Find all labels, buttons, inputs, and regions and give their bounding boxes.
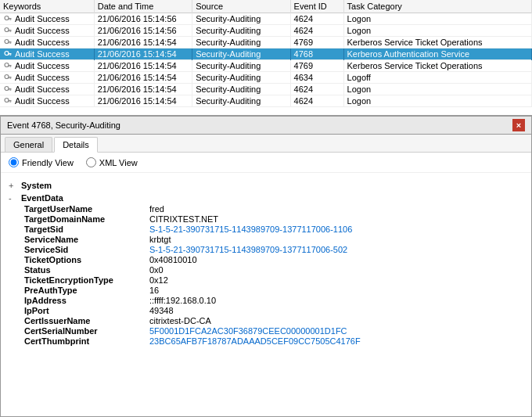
keyword-text: Audit Success [15, 26, 70, 35]
table-body: Audit Success21/06/2016 15:14:56Security… [0, 13, 532, 107]
data-field-row: CertIssuerNamecitrixtest-DC-CA [24, 316, 523, 325]
svg-rect-1 [9, 18, 12, 19]
cell-taskcategory: Logon [343, 95, 531, 107]
table-row[interactable]: Audit Success21/06/2016 15:14:54Security… [0, 84, 532, 95]
data-field-value: S-1-5-21-390731715-1143989709-1377117006… [149, 245, 347, 254]
table-row[interactable]: Audit Success21/06/2016 15:14:54Security… [0, 37, 532, 49]
cell-keywords: Audit Success [0, 25, 94, 37]
svg-rect-7 [9, 31, 9, 31]
svg-rect-23 [9, 77, 9, 78]
data-field-key: Status [24, 265, 149, 275]
table-wrapper: Keywords Date and Time Source Event ID T… [0, 0, 532, 115]
data-field-value: citrixtest-DC-CA [149, 316, 211, 325]
cell-taskcategory: Logon [343, 13, 531, 25]
data-field-key: CertSerialNumber [24, 326, 149, 336]
data-field-value: CITRIXTEST.NET [149, 214, 218, 224]
svg-point-24 [5, 87, 9, 91]
svg-rect-17 [9, 65, 12, 66]
col-header-taskcategory[interactable]: Task Category [343, 0, 531, 13]
table-header-row: Keywords Date and Time Source Event ID T… [0, 0, 532, 13]
data-field-key: TargetUserName [24, 204, 149, 214]
tab-general[interactable]: General [5, 137, 52, 152]
tab-details[interactable]: Details [54, 137, 98, 153]
cell-keywords: Audit Success [0, 37, 94, 49]
keyword-text: Audit Success [15, 38, 70, 47]
data-field-value: fred [149, 204, 164, 214]
col-header-datetime[interactable]: Date and Time [94, 0, 192, 13]
tree-toggle[interactable]: - [9, 193, 21, 203]
detail-title: Event 4768, Security-Auditing [7, 120, 120, 130]
cell-datetime: 21/06/2016 15:14:54 [94, 95, 192, 107]
table-row[interactable]: Audit Success21/06/2016 15:14:54Security… [0, 49, 532, 60]
svg-rect-13 [9, 53, 12, 54]
event-table: Keywords Date and Time Source Event ID T… [0, 0, 532, 107]
keyword-text: Audit Success [15, 49, 70, 59]
data-field-key: CertIssuerName [24, 316, 149, 325]
cell-taskcategory: Kerberos Service Ticket Operations [343, 60, 531, 72]
data-field-row: CertSerialNumber5F0001D1FCA2AC30F36879CE… [24, 326, 523, 336]
cell-eventid: 4634 [290, 72, 343, 84]
svg-rect-11 [9, 42, 9, 43]
tabs-bar: General Details [1, 135, 531, 153]
tree-node: - EventData [9, 193, 523, 203]
svg-rect-30 [10, 101, 11, 102]
svg-rect-29 [9, 100, 12, 101]
view-options: Friendly View XML View [1, 153, 531, 173]
data-field-row: TargetDomainNameCITRIXTEST.NET [24, 214, 523, 224]
cell-eventid: 4624 [290, 13, 343, 25]
cell-eventid: 4624 [290, 25, 343, 37]
table-row[interactable]: Audit Success21/06/2016 15:14:56Security… [0, 25, 532, 37]
cell-keywords: Audit Success [0, 95, 94, 107]
data-field-row: ServiceNamekrbtgt [24, 235, 523, 244]
cell-source: Security-Auditing [192, 49, 290, 60]
svg-rect-15 [9, 54, 9, 55]
friendly-view-option[interactable]: Friendly View [9, 157, 74, 167]
table-row[interactable]: Audit Success21/06/2016 15:14:54Security… [0, 60, 532, 72]
svg-point-16 [5, 63, 9, 67]
data-field-key: PreAuthType [24, 286, 149, 295]
svg-rect-21 [9, 77, 12, 77]
col-header-keywords[interactable]: Keywords [0, 0, 94, 13]
cell-datetime: 21/06/2016 15:14:54 [94, 72, 192, 84]
cell-taskcategory: Logoff [343, 72, 531, 84]
tree-section-label: EventData [21, 193, 63, 203]
data-field-value: 0x12 [149, 275, 168, 285]
detail-content-area[interactable]: + System- EventDataTargetUserNamefredTar… [1, 173, 531, 416]
data-field-value: 0x0 [149, 265, 164, 275]
cell-datetime: 21/06/2016 15:14:54 [94, 60, 192, 72]
svg-rect-5 [9, 30, 12, 31]
data-field-row: TargetSidS-1-5-21-390731715-1143989709-1… [24, 225, 523, 234]
friendly-view-radio[interactable] [9, 157, 19, 167]
svg-point-12 [5, 52, 9, 56]
key-icon [3, 61, 13, 70]
cell-keywords: Audit Success [0, 49, 94, 60]
data-field-value: ::ffff:192.168.0.10 [149, 296, 216, 305]
svg-point-8 [5, 40, 9, 44]
cell-taskcategory: Logon [343, 25, 531, 37]
col-header-eventid[interactable]: Event ID [290, 0, 343, 13]
close-button[interactable]: × [512, 119, 525, 131]
data-field-key: ServiceName [24, 235, 149, 244]
cell-eventid: 4624 [290, 95, 343, 107]
tree-toggle[interactable]: + [9, 181, 21, 190]
data-field-row: IpAddress::ffff:192.168.0.10 [24, 296, 523, 305]
data-field-value: 49348 [149, 306, 174, 315]
table-row[interactable]: Audit Success21/06/2016 15:14:56Security… [0, 13, 532, 25]
cell-eventid: 4768 [290, 49, 343, 60]
keyword-text: Audit Success [15, 84, 70, 94]
xml-view-radio[interactable] [86, 157, 96, 167]
data-field-value: 16 [149, 286, 159, 295]
data-field-key: IpPort [24, 306, 149, 315]
tree-section-label: System [21, 181, 52, 190]
keyword-text: Audit Success [15, 61, 70, 70]
table-row[interactable]: Audit Success21/06/2016 15:14:54Security… [0, 72, 532, 84]
cell-datetime: 21/06/2016 15:14:54 [94, 49, 192, 60]
xml-view-option[interactable]: XML View [86, 157, 138, 167]
table-row[interactable]: Audit Success21/06/2016 15:14:54Security… [0, 95, 532, 107]
svg-rect-3 [9, 19, 9, 20]
col-header-source[interactable]: Source [192, 0, 290, 13]
keyword-text: Audit Success [15, 14, 70, 23]
key-icon [3, 96, 13, 106]
data-field-value: 0x40810010 [149, 255, 197, 264]
cell-taskcategory: Logon [343, 84, 531, 95]
